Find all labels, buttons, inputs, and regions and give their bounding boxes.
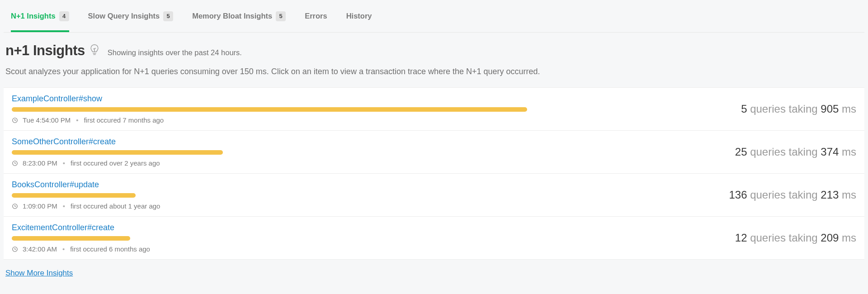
clock-icon <box>12 245 18 253</box>
ms-label: ms <box>842 189 856 201</box>
insight-ms: 905 <box>821 103 839 115</box>
queries-taking-label: queries taking <box>750 189 817 201</box>
queries-taking-label: queries taking <box>750 146 817 158</box>
tab-count-badge: 5 <box>163 11 173 21</box>
queries-taking-label: queries taking <box>750 232 817 244</box>
insights-list: ExampleController#show Tue 4:54:00 PM fi… <box>4 87 864 260</box>
insight-bar-track <box>12 107 527 112</box>
insight-left: ExcitementController#create 3:42:00 AM f… <box>12 223 724 253</box>
insight-meta: 8:23:00 PM first occured over 2 years ag… <box>12 159 724 167</box>
page-title: n+1 Insights <box>5 43 85 59</box>
insight-bar-fill <box>12 193 136 198</box>
insight-summary: 5 queries taking 905 ms <box>730 103 856 115</box>
insight-summary: 25 queries taking 374 ms <box>724 146 856 158</box>
insight-query-count: 25 <box>735 146 747 158</box>
insight-meta: 3:42:00 AM first occured 6 months ago <box>12 245 724 253</box>
insight-time: 3:42:00 AM <box>23 245 57 253</box>
separator-dot <box>62 159 66 167</box>
insight-row[interactable]: ExcitementController#create 3:42:00 AM f… <box>4 217 864 260</box>
page-subtitle: Showing insights over the past 24 hours. <box>108 48 242 57</box>
insight-bar-track <box>12 236 527 241</box>
insight-bar-fill <box>12 236 130 241</box>
insight-first-occurred: first occured about 1 year ago <box>71 202 160 210</box>
title-wrap: n+1 Insights <box>5 43 99 59</box>
separator-dot <box>75 116 79 124</box>
insight-left: SomeOtherController#create 8:23:00 PM fi… <box>12 137 724 167</box>
tabs-bar: N+1 Insights 4 Slow Query Insights 5 Mem… <box>4 0 864 33</box>
ms-label: ms <box>842 232 856 244</box>
queries-taking-label: queries taking <box>750 103 817 115</box>
tab-label: Slow Query Insights <box>88 12 160 20</box>
insight-row[interactable]: ExampleController#show Tue 4:54:00 PM fi… <box>4 87 864 131</box>
clock-icon <box>12 159 18 167</box>
separator-dot <box>61 245 66 253</box>
clock-icon <box>12 202 18 210</box>
insight-bar-fill <box>12 107 527 112</box>
insight-ms: 209 <box>821 232 839 244</box>
clock-icon <box>12 116 18 124</box>
tab-n1-insights[interactable]: N+1 Insights 4 <box>11 0 69 32</box>
tab-label: Errors <box>305 12 327 20</box>
tab-history[interactable]: History <box>346 0 372 32</box>
insight-time: 1:09:00 PM <box>23 202 57 210</box>
insight-left: BooksController#update 1:09:00 PM first … <box>12 180 718 210</box>
page-header: n+1 Insights Showing insights over the p… <box>4 33 864 62</box>
insight-left: ExampleController#show Tue 4:54:00 PM fi… <box>12 94 730 124</box>
insight-time: Tue 4:54:00 PM <box>23 116 71 124</box>
insight-title-link[interactable]: ExampleController#show <box>12 94 730 104</box>
ms-label: ms <box>842 146 856 158</box>
insight-row[interactable]: BooksController#update 1:09:00 PM first … <box>4 174 864 217</box>
insight-query-count: 136 <box>729 189 747 201</box>
insight-title-link[interactable]: ExcitementController#create <box>12 223 724 232</box>
insight-ms: 374 <box>821 146 839 158</box>
insight-ms: 213 <box>821 189 839 201</box>
lightbulb-icon <box>90 44 99 58</box>
insight-query-count: 5 <box>741 103 747 115</box>
insight-meta: 1:09:00 PM first occured about 1 year ag… <box>12 202 718 210</box>
tab-memory-bloat-insights[interactable]: Memory Bloat Insights 5 <box>192 0 286 32</box>
separator-dot <box>62 202 66 210</box>
tab-label: N+1 Insights <box>11 12 56 20</box>
insight-bar-fill <box>12 150 223 155</box>
insight-first-occurred: first occured 7 months ago <box>84 116 164 124</box>
tab-errors[interactable]: Errors <box>305 0 327 32</box>
tab-label: Memory Bloat Insights <box>192 12 272 20</box>
insight-title-link[interactable]: BooksController#update <box>12 180 718 190</box>
insight-first-occurred: first occured over 2 years ago <box>71 159 160 167</box>
insight-first-occurred: first occured 6 months ago <box>70 245 150 253</box>
insight-time: 8:23:00 PM <box>23 159 57 167</box>
insight-summary: 136 queries taking 213 ms <box>718 189 856 201</box>
show-more-link[interactable]: Show More Insights <box>5 269 73 278</box>
insight-bar-track <box>12 150 527 155</box>
insight-summary: 12 queries taking 209 ms <box>724 232 856 244</box>
insight-title-link[interactable]: SomeOtherController#create <box>12 137 724 147</box>
tab-slow-query-insights[interactable]: Slow Query Insights 5 <box>88 0 174 32</box>
insight-query-count: 12 <box>735 232 747 244</box>
page-description: Scout analyzes your application for N+1 … <box>4 62 864 85</box>
insight-meta: Tue 4:54:00 PM first occured 7 months ag… <box>12 116 730 124</box>
tab-count-badge: 4 <box>59 11 69 21</box>
insight-bar-track <box>12 193 527 198</box>
ms-label: ms <box>842 103 856 115</box>
tab-label: History <box>346 12 372 20</box>
insight-row[interactable]: SomeOtherController#create 8:23:00 PM fi… <box>4 131 864 174</box>
tab-count-badge: 5 <box>276 11 286 21</box>
